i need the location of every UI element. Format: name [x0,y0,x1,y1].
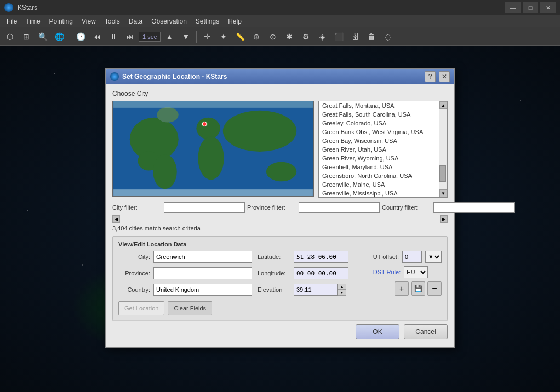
ut-offset-dropdown[interactable]: ▼ [425,251,442,263]
elevation-input[interactable] [294,284,338,296]
svg-point-10 [202,122,207,126]
map-svg [113,101,313,196]
dialog-icon [110,72,119,81]
city-item-8[interactable]: Greensboro, North Carolina, USA [319,171,447,180]
country-input[interactable] [153,284,252,296]
toolbar-misc3-btn[interactable]: ✱ [282,29,297,44]
horizontal-scrollbar[interactable]: ◀ ▶ [112,215,448,223]
elevation-up-btn[interactable]: ▲ [338,284,346,290]
toolbar-globe-btn[interactable]: 🌐 [52,29,67,44]
dialog-help-button[interactable]: ? [425,71,436,82]
dialog-overlay: Set Geographic Location - KStars ? ✕ Cho… [0,46,560,392]
city-filter-input[interactable] [164,202,245,213]
dialog-close-button[interactable]: ✕ [439,71,450,82]
hscroll-right-btn[interactable]: ▶ [440,215,448,223]
city-item-2[interactable]: Greeley, Colorado, USA [319,119,447,128]
latitude-label: Latitude: [258,253,290,260]
city-input[interactable] [153,251,252,263]
menu-tools[interactable]: Tools [100,15,124,27]
city-item-10[interactable]: Greenville, Mississippi, USA [319,189,447,197]
add-location-btn[interactable]: + [395,281,409,296]
toolbar-forward-btn[interactable]: ⏭ [122,29,138,44]
toolbar-track-btn[interactable]: ✛ [199,29,215,44]
toolbar-misc7-btn[interactable]: 🗄 [347,29,363,44]
province-input[interactable] [153,267,252,279]
menu-help[interactable]: Help [224,15,246,27]
toolbar-rewind-btn[interactable]: ⏮ [89,29,105,44]
menu-file[interactable]: File [2,15,21,27]
scroll-thumb[interactable] [439,165,446,182]
svg-rect-12 [113,189,313,196]
menu-pointing[interactable]: Pointing [45,15,77,27]
scroll-down-btn[interactable]: ▼ [439,189,447,197]
city-item-4[interactable]: Green Bay, Wisconsin, USA [319,136,447,145]
menu-data[interactable]: Data [124,15,147,27]
form-main-layout: City: Province: Country: [118,251,442,298]
city-item-9[interactable]: Greenville, Maine, USA [319,180,447,189]
menu-view[interactable]: View [77,15,100,27]
elevation-down-btn[interactable]: ▼ [338,290,346,296]
match-count: 3,404 cities match search criteria [112,225,448,232]
province-filter-input[interactable] [299,202,380,213]
country-filter-input[interactable] [433,202,515,213]
minimize-button[interactable]: — [505,2,521,13]
city-item-1[interactable]: Great Falls, South Carolina, USA [319,110,447,119]
close-button[interactable]: ✕ [540,2,556,13]
world-map[interactable] [112,101,314,197]
country-filter-row: Country filter: [382,202,515,213]
toolbar-time-up-btn[interactable]: ▲ [162,29,177,44]
dst-rule-dropdown[interactable]: EU [404,266,428,278]
city-item-5[interactable]: Green River, Utah, USA [319,145,447,154]
toolbar-pause-btn[interactable]: ⏸ [106,29,121,44]
city-province-country-fields: City: Province: Country: [118,251,252,298]
province-row: Province: [118,267,252,279]
toolbar-zoom-fit-btn[interactable]: ⊞ [19,29,34,44]
city-list-scrollbar[interactable]: ▲ ▼ [439,101,447,197]
ok-button[interactable]: OK [356,324,399,339]
location-data-section: View/Edit Location Data City: Province: [112,236,448,320]
menu-time[interactable]: Time [21,15,44,27]
longitude-input[interactable] [294,267,348,279]
cancel-button[interactable]: Cancel [404,324,448,339]
map-and-list-container: Great Falls, Montana, USA Great Falls, S… [112,101,448,198]
city-list[interactable]: Great Falls, Montana, USA Great Falls, S… [319,101,447,197]
toolbar-select-btn[interactable]: ⬡ [2,29,18,44]
toolbar-misc1-btn[interactable]: ⊕ [249,29,264,44]
toolbar-search-btn[interactable]: 🔍 [35,29,50,44]
toolbar-misc2-btn[interactable]: ⊙ [265,29,281,44]
menu-observation[interactable]: Observation [147,15,191,27]
toolbar-misc5-btn[interactable]: ◈ [315,29,330,44]
hscroll-left-btn[interactable]: ◀ [112,215,120,223]
toolbar-clock-btn[interactable]: 🕐 [73,29,88,44]
menu-settings[interactable]: Settings [191,15,224,27]
country-row: Country: [118,284,252,296]
maximize-button[interactable]: □ [523,2,538,13]
city-item-0[interactable]: Great Falls, Montana, USA [319,101,447,110]
time-step-display: 1 sec [139,32,161,42]
toolbar-misc9-btn[interactable]: ◌ [380,29,396,44]
city-item-6[interactable]: Green River, Wyoming, USA [319,154,447,163]
get-location-btn[interactable]: Get Location [118,301,164,315]
remove-location-btn[interactable]: − [427,281,442,296]
scroll-up-btn[interactable]: ▲ [439,101,447,109]
toolbar-sep-1 [70,31,70,43]
dialog-titlebar: Set Geographic Location - KStars ? ✕ [106,69,454,84]
save-location-btn[interactable]: 💾 [411,281,425,296]
toolbar-misc4-btn[interactable]: ⚙ [298,29,313,44]
set-location-dialog: Set Geographic Location - KStars ? ✕ Cho… [105,68,455,348]
ut-offset-input[interactable] [402,251,422,263]
toolbar-measure-btn[interactable]: 📏 [232,29,248,44]
city-item-3[interactable]: Green Bank Obs., West Virginia, USA [319,128,447,136]
app-icon [4,3,13,12]
dst-rule-link[interactable]: DST Rule: [373,269,401,275]
province-filter-label: Province filter: [247,204,296,211]
clear-fields-btn[interactable]: Clear Fields [168,301,212,315]
latitude-input[interactable] [294,251,348,263]
city-filter-row: City filter: [112,202,245,213]
toolbar-misc8-btn[interactable]: 🗑 [364,29,379,44]
toolbar-crosshair-btn[interactable]: ✦ [216,29,231,44]
toolbar-misc6-btn[interactable]: ⬛ [331,29,346,44]
scroll-track [439,109,447,189]
toolbar-time-down-btn[interactable]: ▼ [178,29,193,44]
city-item-7[interactable]: Greenbelt, Maryland, USA [319,163,447,171]
